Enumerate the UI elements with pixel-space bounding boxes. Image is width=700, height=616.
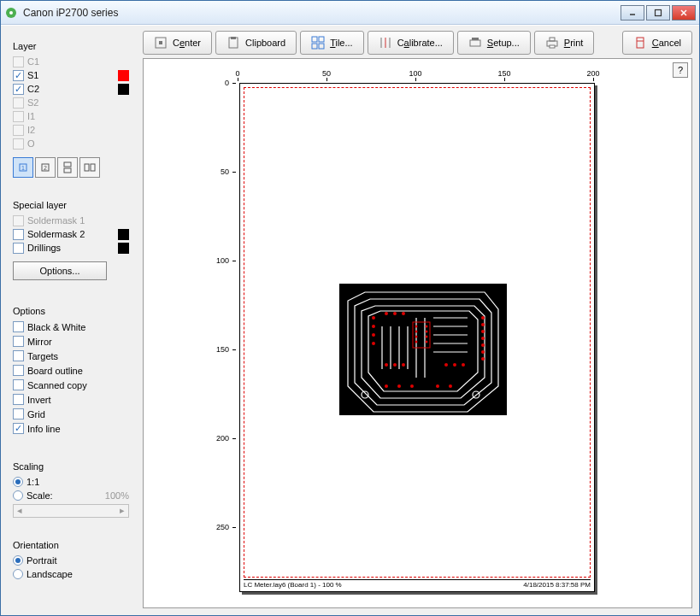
calibrate-button[interactable]: Calibrate... (368, 31, 454, 55)
opt-targets-checkbox[interactable] (13, 350, 24, 361)
opt-invert-checkbox[interactable] (13, 394, 24, 405)
svg-rect-21 (319, 44, 324, 49)
svg-rect-15 (159, 41, 162, 44)
page-preview[interactable]: LC Meter.lay6 (Board 1) - 100 % 4/18/201… (239, 83, 595, 592)
layer-i2-label: I2 (27, 125, 35, 135)
layer-c1-checkbox[interactable] (13, 56, 24, 67)
scaling-1to1-radio[interactable] (13, 477, 23, 487)
svg-point-44 (415, 331, 418, 333)
svg-point-51 (444, 363, 448, 367)
layer-i1-checkbox[interactable] (13, 111, 24, 122)
svg-rect-13 (91, 164, 95, 171)
tile-button-label: Tile... (330, 38, 353, 48)
svg-rect-26 (472, 38, 479, 40)
slider-right-icon: ▸ (116, 505, 128, 517)
view-mode-4-button[interactable] (79, 157, 100, 178)
tile-button[interactable]: Tile... (300, 31, 364, 55)
soldermask1-checkbox[interactable] (13, 215, 24, 226)
cancel-icon (633, 36, 647, 50)
svg-point-36 (372, 325, 375, 328)
svg-point-67 (436, 384, 439, 388)
svg-rect-18 (312, 37, 317, 42)
opt-boardoutline-checkbox[interactable] (13, 365, 24, 376)
opt-invert-label: Invert (27, 395, 51, 405)
svg-point-40 (393, 312, 397, 315)
print-icon (545, 36, 559, 50)
layer-c2-checkbox[interactable] (13, 84, 24, 95)
clipboard-button-label: Clipboard (245, 38, 285, 48)
special-layer-title: Special layer (13, 200, 129, 210)
center-icon (154, 36, 168, 50)
svg-point-58 (481, 323, 485, 326)
opt-grid-checkbox[interactable] (13, 408, 24, 419)
layer-i2-checkbox[interactable] (13, 125, 24, 136)
options-title: Options (13, 306, 129, 316)
layer-c2-label: C2 (27, 84, 39, 94)
svg-point-53 (462, 363, 465, 367)
titlebar: Canon iP2700 series (1, 1, 699, 25)
layer-o-checkbox[interactable] (13, 138, 24, 150)
minimize-button[interactable] (621, 5, 644, 21)
layer-s2-checkbox[interactable] (13, 97, 24, 109)
app-icon (4, 6, 18, 20)
drillings-swatch[interactable] (118, 243, 129, 254)
svg-point-47 (426, 326, 428, 328)
view-mode-2-button[interactable]: 2 (35, 157, 56, 178)
svg-rect-30 (637, 38, 644, 48)
svg-point-41 (402, 312, 405, 315)
layer-s1-swatch[interactable] (118, 70, 129, 81)
svg-rect-17 (231, 37, 236, 39)
svg-point-35 (372, 316, 375, 320)
svg-point-56 (402, 363, 405, 367)
svg-point-55 (393, 363, 397, 367)
svg-point-52 (453, 363, 456, 367)
svg-rect-25 (470, 40, 480, 46)
svg-point-39 (385, 312, 388, 315)
svg-point-50 (426, 341, 428, 343)
drillings-checkbox[interactable] (13, 243, 24, 254)
print-button-label: Print (564, 38, 584, 48)
svg-rect-19 (319, 37, 324, 42)
opt-mirror-checkbox[interactable] (13, 336, 24, 347)
scaling-scale-radio[interactable] (13, 490, 23, 501)
layer-s1-checkbox[interactable] (13, 70, 24, 81)
layer-i1-label: I1 (27, 111, 35, 121)
view-mode-1-button[interactable]: 1 (13, 157, 33, 178)
opt-bw-checkbox[interactable] (13, 321, 24, 332)
clipboard-button[interactable]: Clipboard (215, 31, 297, 55)
scaling-scale-label: Scale: (26, 490, 53, 501)
ruler-horizontal: 0 50 100 150 200 (238, 67, 674, 81)
drillings-label: Drillings (27, 243, 61, 253)
layer-c2-swatch[interactable] (118, 84, 129, 95)
maximize-button[interactable] (646, 5, 670, 21)
soldermask2-swatch[interactable] (118, 229, 129, 240)
orientation-landscape-radio[interactable] (13, 569, 23, 579)
print-preview-area[interactable]: ? 0 50 100 150 200 0 50 100 150 200 (143, 58, 692, 608)
svg-point-48 (426, 331, 428, 333)
opt-infoline-checkbox[interactable] (13, 423, 24, 434)
orientation-portrait-radio[interactable] (13, 555, 23, 566)
setup-button[interactable]: Setup... (457, 31, 531, 55)
svg-text:1: 1 (21, 165, 25, 171)
svg-point-46 (415, 341, 418, 343)
tile-icon (311, 36, 325, 50)
soldermask2-checkbox[interactable] (13, 229, 24, 240)
svg-point-1 (9, 11, 13, 15)
info-line: LC Meter.lay6 (Board 1) - 100 % 4/18/201… (244, 579, 591, 590)
layer-options-button[interactable]: Options... (13, 261, 107, 280)
pcb-board-preview[interactable] (339, 284, 507, 415)
scaling-1to1-label: 1:1 (26, 477, 39, 487)
setup-button-label: Setup... (487, 38, 520, 48)
svg-point-61 (481, 343, 485, 347)
center-button-label: Center (173, 38, 201, 48)
opt-scannedcopy-checkbox[interactable] (13, 379, 24, 390)
view-mode-3-button[interactable] (57, 157, 78, 178)
slider-left-icon: ◂ (14, 505, 26, 517)
cancel-button[interactable]: Cancel (622, 31, 692, 55)
print-button[interactable]: Print (534, 31, 595, 55)
svg-point-63 (481, 357, 485, 361)
svg-point-59 (481, 330, 485, 333)
close-button[interactable] (672, 5, 696, 21)
scaling-slider[interactable]: ◂▸ (13, 504, 129, 518)
center-button[interactable]: Center (143, 31, 212, 55)
